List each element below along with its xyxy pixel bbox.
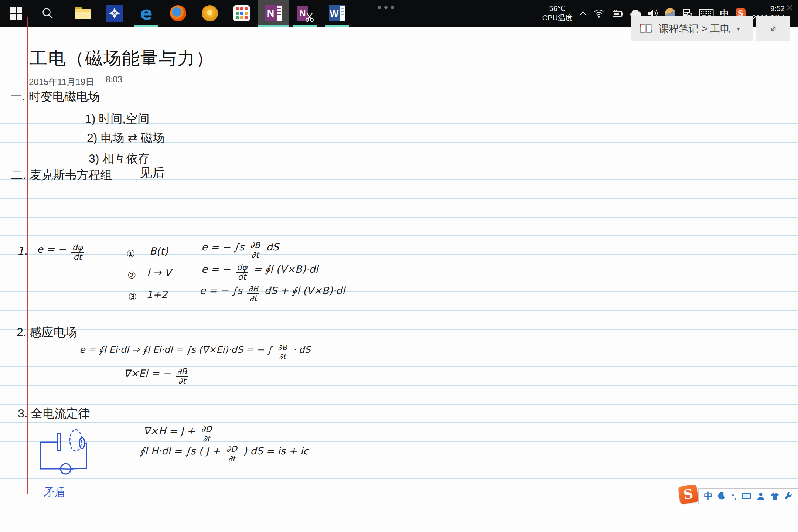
taskbar-onenote-clipper[interactable]: N	[289, 0, 321, 27]
onenote-icon: N	[265, 5, 282, 21]
ruled-line	[0, 217, 798, 218]
edge-icon: e	[140, 3, 153, 24]
ink-induced-field-formula-2: ∇×Ei = − ∂B∂t	[124, 367, 190, 386]
ink-ampere-maxwell-formula-2: ∮l H·dl = ∫s ( J + ∂D∂t ) dS = is + ic	[140, 445, 308, 463]
taskbar-word[interactable]: W	[321, 0, 353, 27]
ink-induced-field-formula-1: e = ∮l Ei·dl ⇒ ∮l Ei·dl = ∫s (∇×Ei)·dS =…	[79, 344, 310, 361]
start-button[interactable]	[0, 0, 32, 27]
wifi-icon	[593, 8, 604, 18]
battery-tray-button[interactable]	[611, 9, 623, 18]
wifi-tray-button[interactable]	[593, 8, 604, 18]
search-icon	[41, 7, 54, 20]
soft-keyboard-icon[interactable]	[742, 492, 751, 500]
running-indicator	[325, 25, 349, 27]
ink-case2-condition: l → V	[147, 267, 171, 278]
ink-case3-number: ③	[128, 291, 137, 303]
breadcrumb: 课程笔记 > 工电	[659, 22, 730, 35]
close-button[interactable]: ×	[781, 0, 798, 16]
ruled-line	[0, 422, 798, 423]
ruled-line	[0, 291, 798, 292]
ruled-line	[0, 179, 798, 180]
ink-contradiction-note: 矛盾	[44, 485, 66, 500]
user-profile-icon[interactable]	[757, 492, 765, 500]
ruled-line	[0, 441, 798, 442]
search-button[interactable]	[32, 0, 64, 27]
ruled-line	[0, 310, 798, 311]
ink-subitem-1: 1) 时间,空间	[85, 111, 149, 127]
gold-circle-icon	[202, 5, 218, 21]
folder-icon	[75, 7, 91, 19]
ime-toolbar-tray: 中 °,	[698, 488, 798, 504]
taskbar-app-launcher[interactable]	[226, 0, 258, 27]
ruled-line	[0, 478, 798, 479]
taskbar-onenote-active[interactable]: N	[258, 0, 289, 27]
running-indicator	[134, 25, 158, 27]
punctuation-mode-button[interactable]: °,	[732, 492, 737, 501]
windows-logo-icon	[10, 7, 22, 20]
cpu-temp-value: 56℃	[542, 4, 573, 13]
ribbon-reveal-button[interactable]	[378, 6, 394, 9]
ruled-line	[0, 254, 798, 255]
ink-subitem-2: 2) 电场 ⇄ 磁场	[87, 130, 164, 146]
battery-charging-icon	[611, 9, 623, 18]
dot-icon	[384, 6, 388, 9]
tray-time: 9:52	[752, 4, 785, 13]
ink-case3-formula: e = − ∫s ∂B∂t dS + ∮l (V×B)·dl	[200, 284, 345, 303]
page-date: 2015年11月19日	[29, 76, 94, 88]
chevron-up-icon	[579, 10, 587, 17]
notebook-switcher[interactable]: 课程笔记 > 工电 ▼	[631, 16, 753, 41]
running-indicator	[293, 25, 317, 27]
word-icon: W	[329, 5, 345, 21]
page-title[interactable]: 工电（磁场能量与力）	[30, 47, 214, 70]
dot-icon	[378, 6, 381, 9]
scissors-icon	[305, 12, 314, 22]
sogou-logo-icon[interactable]: S	[678, 484, 698, 504]
taskbar-firefox[interactable]	[162, 0, 194, 27]
ruled-line	[0, 329, 798, 330]
pinwheel-emblem-icon	[106, 5, 123, 22]
onenote-clipper-icon: N	[297, 5, 314, 21]
notebook-icon	[640, 24, 652, 34]
ruled-line	[0, 385, 798, 386]
ink-case1-formula: e = − ∫s ∂B∂t dS	[201, 241, 279, 259]
page-time: 8:03	[106, 75, 122, 85]
chevron-down-icon: ▼	[736, 26, 741, 32]
ink-case1-number: ①	[126, 248, 135, 260]
ink-case1-condition: B(t)	[150, 245, 168, 257]
ruled-line	[0, 273, 798, 273]
ime-chinese-mode-button[interactable]: 中	[704, 490, 713, 502]
ink-case3-condition: 1+2	[146, 289, 167, 300]
ruled-line	[0, 366, 798, 367]
ink-heading-1: 一. 时变电磁电场	[10, 89, 100, 105]
wrench-tools-icon[interactable]	[784, 492, 792, 500]
ink-case2-formula: e = − dφdt = ∮l (V×B)·dl	[201, 263, 318, 282]
resize-diagonal-icon	[768, 24, 778, 34]
ink-case2-number: ②	[127, 270, 136, 281]
ink-capacitor-circuit-sketch	[35, 429, 96, 475]
cpu-temperature-widget[interactable]: 56℃ CPU温度	[542, 4, 573, 23]
hidden-icons-chevron[interactable]	[579, 10, 587, 17]
running-indicator	[258, 25, 289, 27]
ink-emf-formula: e = − dψdt	[37, 243, 86, 262]
taskbar-file-explorer[interactable]	[67, 0, 99, 27]
taskbar-chrome-canary[interactable]	[194, 0, 226, 27]
taskbar-edge[interactable]: e	[130, 0, 162, 27]
cpu-temp-label: CPU温度	[542, 13, 573, 23]
onenote-fullscreen-window: × 课程笔记 > 工电 ▼ 工电（磁场能量与力） 2015年11月19日 8:0…	[0, 0, 798, 532]
ruled-line	[0, 105, 798, 105]
firefox-icon	[170, 5, 186, 21]
moon-icon[interactable]	[718, 492, 726, 500]
ink-heading-total-current-law: 3. 全电流定律	[18, 406, 90, 422]
ink-heading-induced-field: 2. 感应电场	[17, 324, 77, 341]
full-page-view-button[interactable]	[756, 16, 790, 41]
dot-icon	[391, 6, 394, 9]
skin-tshirt-icon[interactable]	[770, 492, 779, 500]
title-underline	[20, 75, 296, 75]
sogou-ime-toolbar: S 中 °,	[679, 485, 798, 505]
ink-ampere-maxwell-formula-1: ∇×H = J + ∂D∂t	[143, 425, 215, 443]
ruled-line	[0, 198, 798, 199]
taskbar-bank-app[interactable]	[99, 0, 130, 27]
ruled-line	[0, 235, 798, 236]
ruled-line	[0, 404, 798, 405]
grid-tile-icon	[233, 5, 250, 21]
